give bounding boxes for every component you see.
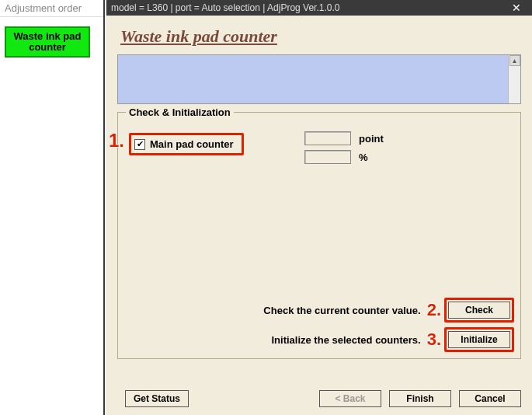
initialize-button[interactable]: Initialize: [448, 331, 510, 348]
close-icon[interactable]: ✕: [506, 0, 527, 16]
main-pad-label: Main pad counter: [150, 138, 234, 150]
left-sidebar: Adjustment order Waste ink pad counter: [0, 0, 105, 415]
point-input[interactable]: [304, 131, 351, 145]
window-title-text: model = L360 | port = Auto selection | A…: [111, 2, 339, 13]
annotation-3: 3.: [427, 330, 441, 350]
cancel-button[interactable]: Cancel: [459, 390, 521, 407]
bottom-button-row: Get Status < Back Finish Cancel: [117, 390, 521, 407]
scrollbar[interactable]: ▲: [508, 55, 520, 103]
check-init-fieldset: Check & Initialization 1. ✔ Main pad cou…: [117, 112, 521, 359]
annotation-1-box: ✔ Main pad counter: [129, 133, 244, 155]
page-title: Waste ink pad counter: [120, 26, 521, 47]
finish-button[interactable]: Finish: [389, 390, 451, 407]
percent-input[interactable]: [304, 150, 351, 164]
percent-row: %: [304, 150, 384, 164]
fieldset-legend: Check & Initialization: [126, 106, 234, 118]
point-unit: point: [359, 133, 384, 145]
check-row: Check the current counter value. 2. Chec…: [263, 298, 514, 323]
sidebar-title: Adjustment order: [0, 0, 103, 17]
check-button[interactable]: Check: [448, 302, 510, 319]
main-pad-checkbox[interactable]: ✔: [134, 139, 145, 150]
point-row: point: [304, 131, 384, 145]
sidebar-item-label: Waste ink pad counter: [8, 31, 87, 54]
percent-unit: %: [359, 152, 368, 163]
sidebar-item-waste-ink-pad[interactable]: Waste ink pad counter: [5, 26, 90, 58]
scroll-up-icon[interactable]: ▲: [509, 55, 520, 66]
main-pane: model = L360 | port = Auto selection | A…: [106, 0, 532, 415]
get-status-button[interactable]: Get Status: [125, 390, 189, 407]
init-row: Initialize the selected counters. 3. Ini…: [263, 327, 514, 352]
annotation-3-box: Initialize: [444, 327, 514, 352]
annotation-2: 2.: [427, 300, 441, 320]
annotation-2-box: Check: [444, 298, 514, 323]
value-column: point %: [304, 131, 384, 169]
log-textarea[interactable]: ▲: [117, 54, 521, 104]
action-rows: Check the current counter value. 2. Chec…: [263, 293, 514, 352]
window-titlebar: model = L360 | port = Auto selection | A…: [106, 0, 532, 16]
check-text: Check the current counter value.: [263, 305, 420, 316]
content-area: Waste ink pad counter ▲ Check & Initiali…: [106, 16, 532, 415]
init-text: Initialize the selected counters.: [271, 334, 420, 346]
annotation-1: 1.: [109, 130, 124, 152]
back-button[interactable]: < Back: [319, 390, 381, 407]
check-icon: ✔: [137, 140, 144, 148]
